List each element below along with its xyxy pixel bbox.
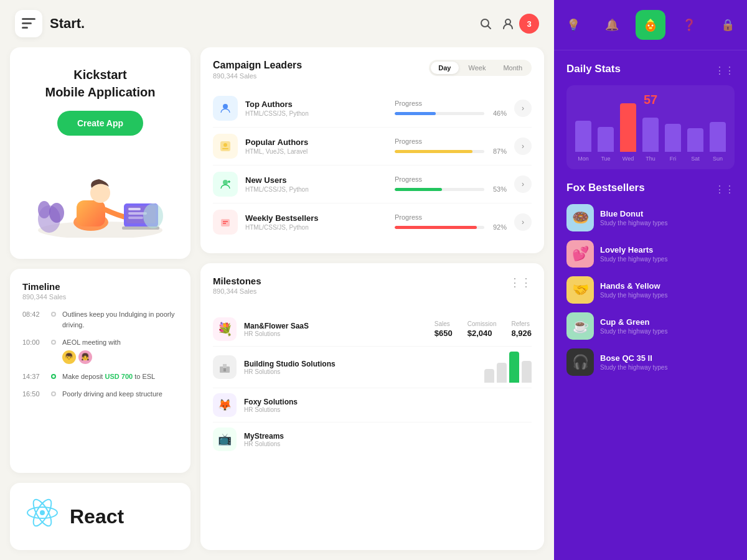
kickstart-title: KickstartMobile Application (45, 66, 155, 101)
campaign-subtitle: 890,344 Sales (213, 72, 302, 80)
bestseller-item-4[interactable]: ☕ Cup & Green Study the highway types (566, 312, 735, 340)
svg-point-8 (38, 201, 50, 218)
nav-icon-lightbulb[interactable]: 💡 (558, 10, 588, 40)
campaign-chevron-3[interactable]: › (514, 175, 532, 193)
campaign-chevron-1[interactable]: › (514, 100, 532, 117)
nav-icon-notification[interactable]: 🔔 (597, 10, 627, 40)
milestones-card: Milestones 890,344 Sales ⋮⋮ 💐 Man&Flower… (200, 263, 544, 550)
svg-rect-17 (128, 217, 143, 219)
bestseller-item-2[interactable]: 💕 Lovely Hearts Study the highway types (566, 240, 735, 268)
bestseller-thumb-4: ☕ (566, 312, 594, 340)
tab-month[interactable]: Month (496, 62, 530, 74)
create-app-button[interactable]: Create App (57, 111, 143, 136)
react-label: React (70, 505, 124, 528)
svg-rect-11 (77, 200, 105, 226)
app-title: Start. (50, 16, 85, 32)
react-icon (25, 495, 60, 538)
tab-week[interactable]: Week (461, 62, 494, 74)
nav-icon-lock[interactable]: 🔒 (713, 10, 743, 40)
svg-rect-15 (128, 208, 141, 210)
chart-bar-mon: Mon (575, 121, 591, 162)
right-column: Campaign Leaders 890,344 Sales Day Week … (200, 47, 544, 550)
milestone-row-1: 💐 Man&Flower SaaS HR Solutions Sales $65… (213, 312, 532, 347)
chart-bar-sun: Sun (710, 122, 726, 162)
campaign-row-new-users: New Users HTML/CSS/JS, Python Progress 5… (213, 166, 532, 203)
svg-rect-1 (22, 22, 32, 24)
nav-icon-fox[interactable] (636, 10, 665, 40)
bestseller-item-5[interactable]: 🎧 Bose QC 35 II Study the highway types (566, 348, 735, 376)
right-sidebar: 💡 🔔 ❓ 🔒 Daily Stats ⋮⋮ (554, 0, 747, 560)
svg-rect-36 (223, 368, 226, 371)
svg-point-9 (49, 203, 64, 223)
search-button[interactable] (474, 12, 497, 35)
timeline-title: Timeline (22, 281, 178, 292)
campaign-chevron-4[interactable]: › (514, 213, 532, 231)
bestseller-item-1[interactable]: 🍩 Blue Donut Study the highway types (566, 204, 735, 231)
hamburger-icon (22, 17, 35, 30)
user-button[interactable] (497, 12, 519, 35)
search-icon (479, 17, 492, 30)
bestseller-thumb-1: 🍩 (566, 204, 594, 231)
sidebar-nav: 💡 🔔 ❓ 🔒 (554, 0, 747, 50)
timeline-item: 10:00 AEOL meeting with 👦 👧 (22, 337, 178, 364)
campaign-card: Campaign Leaders 890,344 Sales Day Week … (200, 47, 544, 253)
bestseller-thumb-3: 🤝 (566, 276, 594, 304)
svg-point-5 (505, 19, 510, 24)
svg-rect-31 (221, 219, 230, 226)
chart-bar-thu: Thu (642, 118, 659, 162)
milestones-menu[interactable]: ⋮⋮ (509, 276, 532, 289)
user-icon (502, 17, 514, 30)
svg-point-40 (648, 25, 650, 27)
svg-point-26 (223, 143, 227, 147)
nav-icon-help[interactable]: ❓ (674, 10, 704, 40)
timeline-card: Timeline 890,344 Sales 08:42 Outlines ke… (10, 269, 190, 473)
svg-line-4 (488, 26, 491, 29)
daily-stats-menu[interactable]: ⋮⋮ (715, 65, 735, 77)
bestseller-thumb-5: 🎧 (566, 348, 594, 376)
svg-rect-0 (22, 18, 35, 20)
react-card: React (10, 483, 190, 550)
svg-rect-2 (22, 27, 28, 29)
sidebar-content: Daily Stats ⋮⋮ 57 Mon Tue Wed (554, 50, 747, 560)
kickstart-card: KickstartMobile Application Create App (10, 47, 190, 259)
svg-rect-35 (223, 364, 227, 368)
chart-bars: Mon Tue Wed Thu Fri (574, 112, 727, 162)
svg-point-28 (223, 180, 228, 185)
campaign-icon-top-authors (213, 96, 238, 121)
logo[interactable] (15, 10, 42, 37)
timeline-subtitle: 890,344 Sales (22, 293, 178, 301)
timeline-item: 14:37 Make deposit USD 700 to ESL (22, 371, 178, 382)
campaign-chevron-2[interactable]: › (514, 138, 532, 155)
svg-point-24 (223, 104, 228, 109)
chart-bar-fri: Fri (665, 124, 681, 162)
milestones-title: Milestones (213, 276, 261, 286)
tab-day[interactable]: Day (431, 62, 458, 74)
bestseller-thumb-2: 💕 (566, 240, 594, 268)
campaign-row-weekly-bestsellers: Weekly Bestsellers HTML/CSS/JS, Python P… (213, 203, 532, 241)
left-column: KickstartMobile Application Create App (10, 47, 190, 550)
bestseller-item-3[interactable]: 🤝 Hands & Yellow Study the highway types (566, 276, 735, 304)
campaign-icon-popular-authors (213, 134, 238, 159)
svg-point-41 (652, 25, 654, 27)
chart-bar-wed: Wed (620, 103, 636, 162)
milestone-row-2: Building Studio Solutions HR Solutions (213, 347, 532, 388)
svg-point-19 (143, 203, 163, 228)
header: Start. 3 (0, 0, 554, 47)
svg-point-42 (649, 27, 652, 29)
fox-icon (642, 16, 659, 34)
fox-bestsellers-menu[interactable]: ⋮⋮ (715, 184, 735, 195)
svg-rect-27 (222, 148, 228, 149)
notification-badge[interactable]: 3 (519, 14, 539, 34)
tab-group: Day Week Month (429, 60, 532, 76)
timeline-item: 08:42 Outlines keep you Indulging in poo… (22, 309, 178, 330)
campaign-icon-new-users (213, 172, 238, 197)
illustration (32, 151, 169, 238)
svg-point-23 (40, 510, 45, 515)
chart-bar-sat: Sat (687, 128, 703, 162)
milestone-row-4: 📺 MyStreams HR Solutions (213, 422, 532, 456)
fox-bestsellers-title: Fox Bestsellers (566, 182, 645, 194)
chart-bar-tue: Tue (598, 127, 614, 162)
campaign-title: Campaign Leaders (213, 60, 302, 71)
milestones-subtitle: 890,344 Sales (213, 287, 261, 295)
milestone-row-3: 🦊 Foxy Solutions HR Solutions (213, 388, 532, 422)
